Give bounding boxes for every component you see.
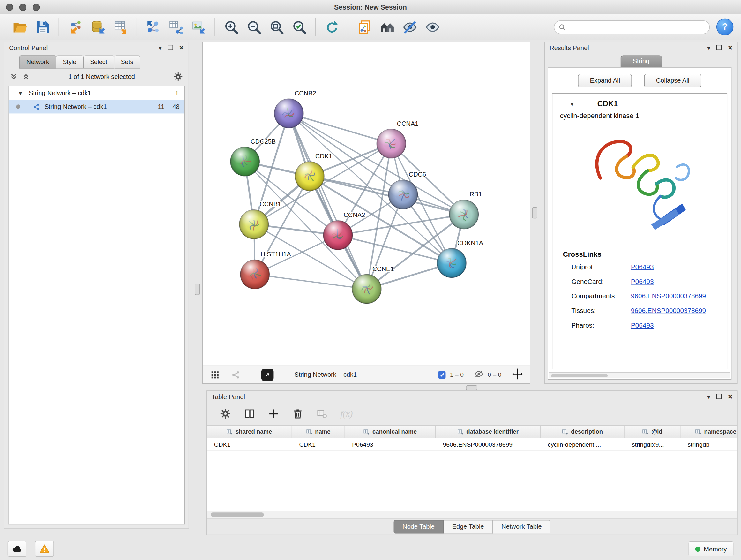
panel-menu-icon[interactable]: ▾ (707, 45, 711, 51)
table-scrollbar[interactable] (207, 510, 738, 518)
splitter-handle[interactable] (466, 385, 477, 390)
column-header-canonical-name[interactable]: canonical name (345, 426, 435, 438)
tab-edge-table[interactable]: Edge Table (444, 520, 493, 533)
tab-string[interactable]: String (620, 55, 662, 67)
column-header-namespace[interactable]: namespace (680, 426, 737, 438)
tree-expand-icon[interactable]: ▼ (18, 90, 23, 96)
expand-all-button[interactable]: Expand All (578, 74, 632, 87)
network-node-HIST1H1A[interactable] (240, 260, 270, 289)
tab-node-table[interactable]: Node Table (394, 520, 444, 533)
network-node-CCNB2[interactable] (274, 99, 304, 128)
edge-CCNE1-HIST1H1A[interactable] (255, 274, 367, 289)
table-cell[interactable]: stringdb (680, 438, 737, 451)
column-header-description[interactable]: description (541, 426, 625, 438)
open-in-window-icon[interactable] (261, 368, 274, 381)
collapse-gene-icon[interactable]: ▼ (569, 101, 575, 107)
table-cell[interactable]: CDK1 (207, 438, 292, 451)
network-node-CDK1[interactable] (295, 162, 324, 191)
network-node-CCNE1[interactable] (352, 274, 381, 304)
open-diagram-button[interactable] (353, 16, 376, 38)
import-table-button[interactable] (109, 16, 132, 38)
network-options-gear-icon[interactable] (173, 72, 183, 81)
collapse-all-button[interactable]: Collapse All (644, 74, 701, 87)
tab-select[interactable]: Select (84, 55, 114, 68)
panel-menu-icon[interactable]: ▾ (707, 394, 711, 400)
zoom-out-button[interactable] (243, 16, 265, 38)
splitter-handle[interactable] (195, 284, 200, 295)
column-header--id[interactable]: @id (625, 426, 681, 438)
panel-float-icon[interactable] (168, 45, 173, 51)
tab-network[interactable]: Network (19, 55, 56, 68)
search-input[interactable] (568, 23, 704, 31)
network-node-CDKN1A[interactable] (437, 248, 466, 278)
table-options-gear-icon[interactable] (220, 408, 231, 420)
share-network-icon[interactable] (231, 370, 241, 380)
table-cell[interactable]: 9606.ENSP00000378699 (435, 438, 541, 451)
edge-CCNB2-CCNB1[interactable] (254, 113, 289, 225)
hidden-eye-slash-icon[interactable] (474, 369, 483, 381)
network-node-CDC25B[interactable] (230, 147, 260, 176)
refresh-layout-button[interactable] (320, 16, 343, 38)
warnings-button[interactable] (35, 541, 54, 557)
table-cell[interactable]: stringdb:9... (625, 438, 681, 451)
network-node-RB1[interactable] (449, 200, 479, 229)
help-button[interactable]: ? (717, 18, 733, 36)
collapse-all-networks-icon[interactable] (10, 72, 17, 81)
splitter-handle[interactable] (532, 207, 537, 219)
table-cell[interactable]: cyclin-dependent ... (541, 438, 625, 451)
edge-CCNB2-CCNE1[interactable] (289, 113, 367, 289)
panel-float-icon[interactable] (717, 45, 722, 51)
zoom-fit-button[interactable] (265, 16, 288, 38)
network-node-CCNA2[interactable] (323, 221, 353, 250)
import-network-database-button[interactable] (86, 16, 109, 38)
zoom-in-button[interactable] (220, 16, 243, 38)
cloud-status-button[interactable] (8, 541, 26, 557)
network-node-CCNB1[interactable] (239, 210, 269, 239)
tab-network-table[interactable]: Network Table (493, 520, 551, 533)
network-row[interactable]: String Network – cdk1 11 48 (9, 100, 185, 113)
crosslink-link[interactable]: 9606.ENSP00000378699 (631, 292, 706, 300)
selected-checkbox-icon[interactable] (438, 371, 446, 379)
table-cell[interactable]: P06493 (345, 438, 435, 451)
panel-menu-icon[interactable]: ▾ (158, 45, 162, 51)
delete-column-icon[interactable] (292, 408, 304, 420)
column-header-database-identifier[interactable]: database identifier (435, 426, 541, 438)
scrollbar-thumb[interactable] (551, 374, 608, 377)
results-scrollbar[interactable] (549, 372, 730, 378)
network-from-table-button[interactable] (164, 16, 187, 38)
tab-sets[interactable]: Sets (114, 55, 140, 68)
memory-button[interactable]: Memory (689, 542, 733, 557)
panel-close-icon[interactable]: × (728, 44, 733, 52)
edge-CDK1-RB1[interactable] (310, 176, 464, 214)
network-node-CDC6[interactable] (388, 180, 418, 209)
zoom-selected-button[interactable] (288, 16, 311, 38)
network-graph[interactable]: CCNB2CCNA1CDC25BCDK1CDC6RB1CCNB1CCNA2CDK… (203, 42, 530, 366)
crosslink-link[interactable]: P06493 (631, 263, 654, 270)
table-cell[interactable]: CDK1 (292, 438, 345, 451)
import-network-file-button[interactable] (64, 16, 86, 38)
column-header-shared-name[interactable]: shared name (207, 426, 292, 438)
scrollbar-thumb[interactable] (211, 512, 264, 516)
save-session-button[interactable] (31, 16, 54, 38)
table-row[interactable]: CDK1CDK1P064939606.ENSP00000378699cyclin… (207, 438, 738, 451)
select-columns-icon[interactable] (244, 408, 255, 420)
tab-style[interactable]: Style (56, 55, 84, 68)
home-button[interactable] (376, 16, 398, 38)
panel-close-icon[interactable]: × (728, 393, 733, 401)
network-collection-row[interactable]: ▼ String Network – cdk1 1 (9, 86, 185, 100)
grid-view-icon[interactable] (210, 370, 220, 380)
panel-close-icon[interactable]: × (179, 44, 184, 52)
export-image-button[interactable] (187, 16, 210, 38)
new-network-button[interactable] (142, 16, 164, 38)
crosslink-link[interactable]: P06493 (631, 277, 654, 285)
open-session-button[interactable] (9, 16, 31, 38)
network-node-CCNA1[interactable] (377, 129, 406, 159)
crosslink-link[interactable]: P06493 (631, 321, 654, 329)
expand-all-networks-icon[interactable] (22, 72, 30, 81)
edge-CCNB2-CCNA1[interactable] (289, 113, 391, 144)
pan-crosshair-icon[interactable] (512, 368, 523, 381)
panel-float-icon[interactable] (717, 394, 722, 400)
crosslink-link[interactable]: 9606.ENSP00000378699 (631, 307, 706, 314)
show-all-button[interactable] (421, 16, 444, 38)
add-column-icon[interactable] (268, 408, 280, 420)
